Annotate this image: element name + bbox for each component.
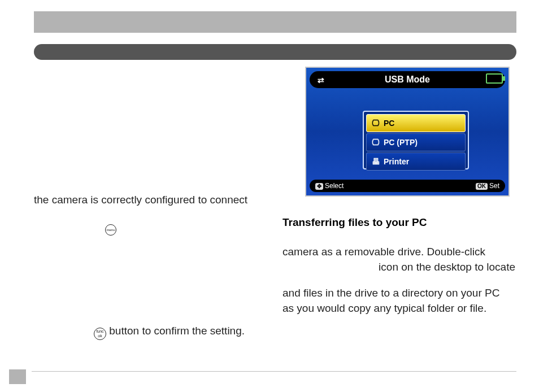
p2-line1: and files in the drive to a directory on… [282, 287, 499, 299]
option-pc[interactable]: 🖵 PC [366, 114, 466, 132]
func-ok-icon: func ok [94, 328, 106, 340]
footer-ok-label: Set [489, 182, 499, 190]
option-printer[interactable]: 🖶 Printer [366, 153, 466, 171]
option-pc-label: PC [384, 119, 394, 128]
lcd-footer-bar: ✥Select OKSet [310, 180, 505, 192]
footer-select: ✥Select [315, 182, 344, 190]
battery-icon [486, 73, 503, 84]
menu-button-reference: menu [105, 221, 116, 236]
body-text-fragment: the camera is correctly configured to co… [34, 192, 247, 208]
confirm-setting-text: button to confirm the setting. [106, 325, 245, 337]
chapter-title-bar [34, 44, 516, 60]
func-label: func [96, 329, 103, 333]
menu-icon: menu [105, 224, 116, 236]
page-number-box [9, 369, 26, 384]
monitor-icon: 🖵 [370, 119, 381, 128]
header-grey-bar [34, 11, 516, 33]
option-printer-label: Printer [384, 157, 409, 166]
p2-line2: as you would copy any typical folder or … [282, 302, 486, 314]
camera-lcd-screenshot: ⇄ USB Mode 🖵 PC 🖵 PC (PTP) 🖶 Printer ✥Se… [305, 67, 510, 197]
lcd-title-bar: ⇄ USB Mode [310, 71, 505, 88]
lcd-title: USB Mode [385, 75, 430, 85]
ok-button-icon: OK [476, 183, 488, 190]
p1-line2: icon on the desktop to locate [282, 259, 515, 275]
right-column: Transferring files to your PC camera as … [282, 215, 515, 316]
footer-select-label: Select [325, 182, 344, 190]
body-paragraph-2: and files in the drive to a directory on… [282, 285, 515, 316]
monitor-transfer-icon: 🖵 [370, 138, 381, 147]
ok-label: ok [98, 334, 102, 338]
confirm-setting-line: func ok button to confirm the setting. [94, 325, 280, 340]
option-pc-ptp-label: PC (PTP) [384, 138, 418, 147]
usb-icon: ⇄ [318, 76, 324, 84]
printer-icon: 🖶 [370, 157, 381, 166]
footer-ok: OKSet [476, 182, 499, 190]
p1-line1: camera as a removable drive. Double-clic… [282, 246, 485, 258]
usb-mode-options: 🖵 PC 🖵 PC (PTP) 🖶 Printer [363, 111, 469, 169]
option-pc-ptp[interactable]: 🖵 PC (PTP) [366, 133, 466, 151]
body-paragraph-1: camera as a removable drive. Double-clic… [282, 244, 515, 275]
section-heading: Transferring files to your PC [282, 215, 515, 230]
dpad-icon: ✥ [315, 183, 323, 190]
footer-rule [32, 371, 516, 372]
